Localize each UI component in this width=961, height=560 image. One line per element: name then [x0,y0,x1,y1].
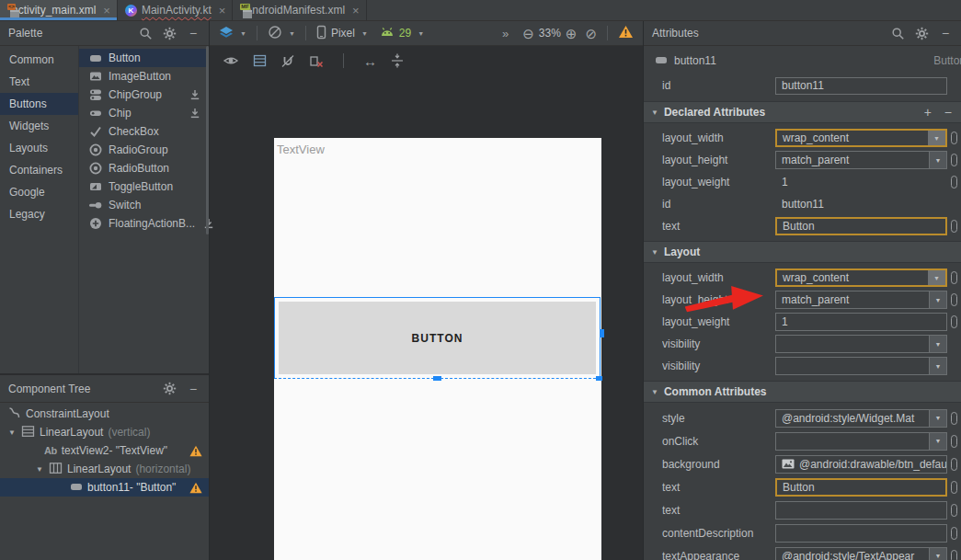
resource-flag-icon[interactable] [951,458,957,471]
zoom-out-icon[interactable]: ⊖ [522,27,534,40]
autoconnect-off-magnet-icon[interactable] [280,54,295,68]
device-phone-icon[interactable] [316,25,326,42]
delete-constraints-icon[interactable] [309,54,324,68]
attr-combo-textAppearance[interactable]: @android:style/TextAppear▼ [775,547,947,560]
resource-flag-icon[interactable] [951,176,957,189]
attr-input-contentDescription[interactable] [775,524,947,543]
combo-dropdown-icon[interactable]: ▼ [929,291,946,308]
resize-handle-corner[interactable] [596,376,602,381]
minimize-icon[interactable]: − [186,26,200,40]
palette-scrollbar[interactable] [206,46,209,234]
resize-handle-right[interactable] [600,329,604,337]
tab-MainActivity.kt[interactable]: KMainActivity.kt× [118,0,233,20]
tree-node-constraintlayout[interactable]: ConstraintLayout [0,405,209,423]
section-header[interactable]: ▼Layout [644,241,961,263]
orientation-icon[interactable] [268,25,282,42]
minimize-icon[interactable]: − [938,26,953,40]
distribute-vertical-icon[interactable] [391,53,404,68]
palette-category-widgets[interactable]: Widgets [0,115,78,137]
tree-expand-icon[interactable]: ▼ [35,465,44,474]
palette-item-button[interactable]: Button [79,49,209,67]
attr-combo-layout_width[interactable]: wrap_content▼ [775,269,947,287]
resource-flag-icon[interactable] [951,271,957,284]
api-dropdown-icon[interactable]: ▼ [418,30,424,37]
palette-item-radiogroup[interactable]: RadioGroup [79,141,209,159]
resource-flag-icon[interactable] [951,527,957,540]
resource-flag-icon[interactable] [951,154,957,166]
view-options-eye-icon[interactable] [223,54,239,67]
device-dropdown-icon[interactable]: ▼ [361,30,368,37]
attr-input-text[interactable] [775,501,947,520]
blueprint-mode-icon[interactable] [253,54,267,67]
attr-value[interactable]: button11 [775,198,824,211]
toolbar-overflow-chevron[interactable]: » [502,27,509,40]
warnings-icon[interactable] [618,25,634,41]
remove-icon[interactable]: − [944,105,952,120]
palette-item-floatingactionb[interactable]: FloatingActionB... [79,214,209,233]
palette-item-imagebutton[interactable]: ImageButton [79,67,209,86]
resource-flag-icon[interactable] [951,504,957,517]
tree-node-button11button[interactable]: button11- "Button" [0,478,209,497]
collapse-triangle-icon[interactable]: ▼ [651,388,658,396]
palette-category-text[interactable]: Text [0,71,78,93]
resize-horizontal-icon[interactable]: ↔ [363,53,377,69]
resource-flag-icon[interactable] [951,550,957,560]
combo-dropdown-icon[interactable]: ▼ [929,410,946,427]
close-icon[interactable]: × [103,5,110,17]
tree-node-linearlayout[interactable]: ▼LinearLayout(horizontal) [0,460,209,478]
attr-combo-onClick[interactable]: ▼ [775,432,947,451]
id-input[interactable]: button11 [775,77,947,95]
minimize-icon[interactable]: − [186,382,200,396]
attr-input-text[interactable]: Button [775,217,947,235]
palette-category-buttons[interactable]: Buttons [0,93,78,115]
palette-item-radiobutton[interactable]: RadioButton [79,159,209,177]
collapse-triangle-icon[interactable]: ▼ [651,109,658,117]
combo-dropdown-icon[interactable]: ▼ [929,433,946,450]
palette-category-layouts[interactable]: Layouts [0,137,78,159]
canvas-textview[interactable]: TextView [277,143,325,156]
resource-flag-icon[interactable] [951,293,957,306]
attr-input-background[interactable]: @android:drawable/btn_defau [775,455,947,474]
resource-flag-icon[interactable] [951,315,957,328]
tree-node-textview2textview[interactable]: AbtextView2- "TextView" [0,441,209,460]
zoom-to-fit-icon[interactable]: ⊘ [585,27,597,40]
search-icon[interactable] [890,26,905,40]
attr-combo-visibility[interactable]: ▼ [775,335,947,353]
resource-flag-icon[interactable] [951,435,957,448]
combo-dropdown-icon[interactable]: ▼ [929,358,946,374]
gear-icon[interactable] [162,382,177,396]
attr-input-layout_weight[interactable]: 1 [775,313,947,331]
palette-item-chip[interactable]: Chip [79,104,209,122]
tab-AndroidManifest.xml[interactable]: MFAndroidManifest.xml× [233,0,366,20]
combo-dropdown-icon[interactable]: ▼ [928,131,945,145]
attr-combo-layout_width[interactable]: wrap_content▼ [775,129,947,147]
gear-icon[interactable] [162,26,177,40]
tree-expand-icon[interactable]: ▼ [7,429,17,437]
resource-flag-icon[interactable] [951,220,957,233]
resource-flag-icon[interactable] [951,412,957,425]
gear-icon[interactable] [914,26,929,40]
attr-value[interactable]: 1 [775,176,788,189]
resize-handle-bottom[interactable] [433,376,441,381]
orientation-dropdown-icon[interactable]: ▼ [289,30,295,37]
collapse-triangle-icon[interactable]: ▼ [651,248,658,257]
attr-combo-layout_height[interactable]: match_parent▼ [775,151,947,169]
palette-category-containers[interactable]: Containers [0,159,78,181]
palette-item-switch[interactable]: Switch [79,196,209,214]
api-level-selector[interactable]: 29 [399,27,411,40]
tree-node-linearlayout[interactable]: ▼LinearLayout(vertical) [0,423,209,441]
close-icon[interactable]: × [219,5,226,17]
section-header[interactable]: ▼Declared Attributes+− [644,101,961,123]
tab-activity_main.xml[interactable]: <>activity_main.xml× [0,0,118,20]
palette-item-checkbox[interactable]: CheckBox [79,122,209,141]
combo-dropdown-icon[interactable]: ▼ [929,152,946,168]
search-icon[interactable] [138,26,153,40]
palette-item-togglebutton[interactable]: ToggleButton [79,177,209,196]
attr-input-text[interactable]: Button [775,478,947,497]
canvas-button[interactable]: BUTTON [279,302,596,374]
attr-combo-style[interactable]: @android:style/Widget.Mat▼ [775,409,947,428]
section-header[interactable]: ▼Common Attributes [644,381,961,403]
combo-dropdown-icon[interactable]: ▼ [928,270,945,285]
zoom-in-icon[interactable]: ⊕ [566,27,578,40]
device-selector[interactable]: Pixel [331,27,355,40]
